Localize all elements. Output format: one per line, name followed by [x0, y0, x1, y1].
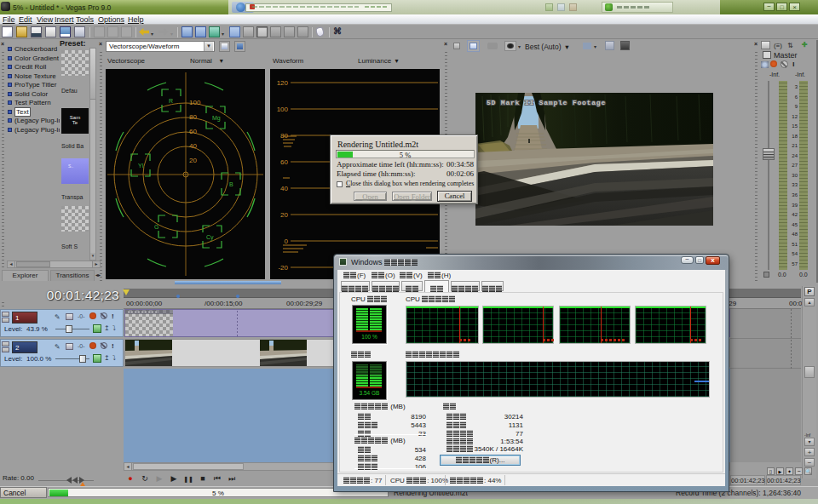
- svg-text:80: 80: [189, 113, 197, 121]
- svg-text:Cy: Cy: [206, 234, 214, 241]
- svg-text:20: 20: [280, 211, 288, 219]
- svg-text:60: 60: [189, 128, 197, 135]
- svg-text:R: R: [169, 98, 173, 104]
- svg-text:120: 120: [277, 79, 289, 87]
- svg-text:100: 100: [189, 99, 201, 106]
- svg-text:60: 60: [280, 158, 288, 166]
- svg-text:Yl: Yl: [138, 163, 144, 169]
- svg-text:Mg: Mg: [212, 115, 221, 122]
- svg-text:5D Mark II Sample Footage: 5D Mark II Sample Footage: [487, 99, 606, 106]
- svg-text:-20: -20: [278, 264, 288, 272]
- svg-text:G: G: [154, 224, 158, 230]
- svg-text:40: 40: [280, 185, 288, 192]
- svg-text:B: B: [229, 181, 233, 187]
- svg-text:0: 0: [285, 238, 289, 245]
- svg-text:40: 40: [189, 142, 197, 150]
- svg-text:100: 100: [277, 106, 289, 113]
- svg-text:20: 20: [189, 157, 197, 164]
